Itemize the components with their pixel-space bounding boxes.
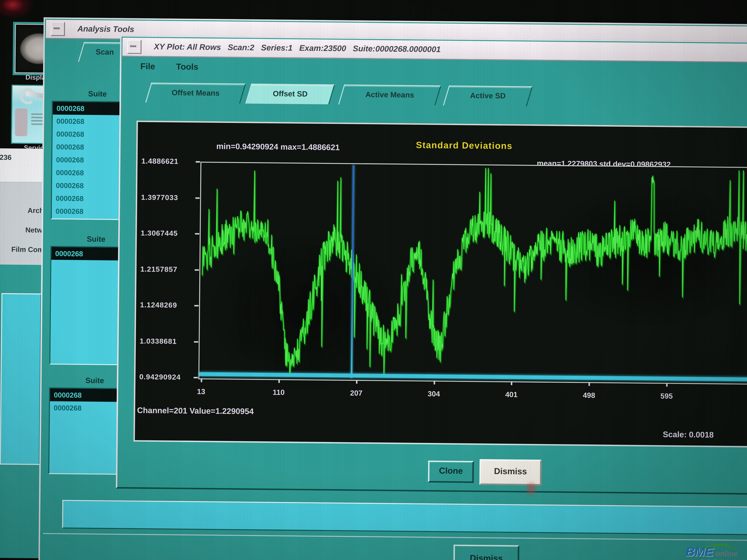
dismiss-button-bottom[interactable]: Dismiss — [453, 544, 519, 560]
suite-section-label: Suite — [85, 376, 104, 385]
suite-list-item[interactable]: 0000268 — [52, 166, 128, 180]
tab-label: Active SD — [447, 86, 529, 105]
tab-active-means[interactable]: Active Means — [338, 84, 441, 105]
scale-readout: Scale: 0.0018 — [663, 430, 714, 440]
suite-list-item[interactable]: 0000268 — [53, 114, 128, 128]
suite-section-label: Suite — [87, 235, 105, 244]
y-axis-tick — [196, 161, 200, 163]
tab-label: Active Means — [342, 85, 438, 104]
y-axis-tick-label: 1.0338681 — [139, 337, 177, 346]
suite-list-item[interactable]: 0000268 — [52, 205, 127, 218]
window-menu-icon[interactable] — [127, 39, 141, 54]
suite-list[interactable]: 0000268 — [49, 246, 128, 365]
x-axis-tick — [666, 383, 668, 386]
suite-list[interactable]: 00002680000268 — [48, 387, 126, 475]
divider — [43, 533, 747, 541]
suite-list-item[interactable]: 0000268 — [53, 102, 128, 115]
x-axis-tick — [201, 378, 202, 382]
clone-button[interactable]: Clone — [428, 460, 474, 483]
x-axis-tick-label: 498 — [575, 391, 603, 400]
red-reflection — [0, 0, 34, 19]
x-axis-tick-label: 13 — [187, 387, 215, 396]
y-axis-tick-label: 0.94290924 — [139, 373, 181, 381]
status-value: 7236 — [0, 153, 11, 161]
analysis-tools-title: Analysis Tools — [77, 24, 134, 34]
x-axis-tick — [278, 379, 280, 383]
cursor-readout: Channel=201 Value=1.2290954 — [137, 406, 254, 417]
x-axis-tick — [434, 380, 435, 384]
suite-list-item[interactable]: 0000268 — [50, 401, 125, 415]
tab-offset-means[interactable]: Offset Means — [145, 83, 246, 103]
tab-label: Offset Means — [149, 84, 242, 103]
screen-photo: Display Service 7236 2563 IdleArchive Qt… — [0, 0, 747, 560]
suite-list[interactable]: 0000268000026800002680000268000026800002… — [51, 101, 129, 220]
window-menu-icon[interactable] — [51, 22, 65, 36]
service-tag — [15, 108, 27, 136]
tab-active-sd[interactable]: Active SD — [443, 85, 533, 106]
suite-list-item[interactable]: 0000268 — [52, 192, 127, 205]
y-axis-tick-label: 1.3977033 — [141, 193, 178, 202]
xy-plot-titlebar[interactable]: XY Plot: All Rows Scan:2 Series:1 Exam:2… — [122, 37, 747, 63]
xy-plot-title: XY Plot: All Rows Scan:2 Series:1 Exam:2… — [154, 42, 441, 54]
menu-bar: FileTools — [140, 61, 219, 72]
plot-panel: min=0.94290924 max=1.4886621 Standard De… — [133, 121, 747, 446]
x-axis-tick-label: 207 — [342, 389, 370, 398]
y-axis-tick — [194, 305, 199, 306]
desktop: Display Service 7236 2563 IdleArchive Qt… — [0, 0, 747, 560]
y-axis-tick — [196, 197, 200, 198]
x-axis-tick — [589, 382, 590, 386]
watermark-caption: 医学工程在线 — [657, 559, 738, 560]
y-axis-tick — [194, 377, 198, 378]
menu-file[interactable]: File — [140, 61, 155, 72]
suite-section-label: Suite — [88, 89, 107, 98]
x-axis-tick — [356, 380, 357, 383]
left-cyan-panel — [0, 293, 42, 465]
y-axis-tick — [195, 269, 199, 270]
y-axis-tick — [194, 341, 198, 342]
plot-title: Standard Deviations — [416, 140, 513, 152]
y-axis-tick-label: 1.4886621 — [141, 157, 179, 166]
xy-plot-window: XY Plot: All Rows Scan:2 Series:1 Exam:2… — [116, 35, 747, 495]
suite-list-item[interactable]: 0000268 — [52, 140, 128, 154]
suite-list-item[interactable]: 0000268 — [51, 247, 127, 261]
y-axis-tick-label: 1.1248269 — [140, 301, 177, 310]
watermark: BME online 医学工程在线 — [657, 545, 738, 560]
suite-list-item[interactable]: 0000268 — [50, 389, 125, 402]
x-axis-tick-label: 401 — [497, 390, 526, 399]
x-axis: 13110207304401498595 — [138, 122, 747, 128]
red-artifact — [525, 480, 538, 497]
y-axis-tick-label: 1.2157857 — [140, 265, 177, 274]
x-axis-tick — [511, 381, 513, 385]
y-axis: 1.48866211.39770331.30674451.21578571.12… — [138, 122, 747, 128]
horizontal-scrollbar[interactable] — [62, 500, 747, 535]
x-axis-tick-label: 110 — [264, 388, 293, 397]
plot-minmax-label: min=0.94290924 max=1.4886621 — [216, 142, 340, 153]
x-axis-tick-label: 595 — [652, 392, 681, 401]
menu-tools[interactable]: Tools — [176, 62, 198, 72]
suite-list-item[interactable]: 0000268 — [52, 179, 127, 192]
suite-list-item[interactable]: 0000268 — [52, 128, 128, 141]
tab-offset-sd[interactable]: Offset SD — [245, 84, 335, 104]
tab-label: Offset SD — [249, 84, 331, 103]
suite-list-item[interactable]: 0000268 — [52, 153, 128, 167]
y-axis-tick — [195, 233, 199, 235]
x-axis-tick-label: 304 — [419, 390, 448, 398]
plot-canvas[interactable] — [199, 163, 747, 382]
y-axis-tick-label: 1.3067445 — [140, 229, 178, 238]
